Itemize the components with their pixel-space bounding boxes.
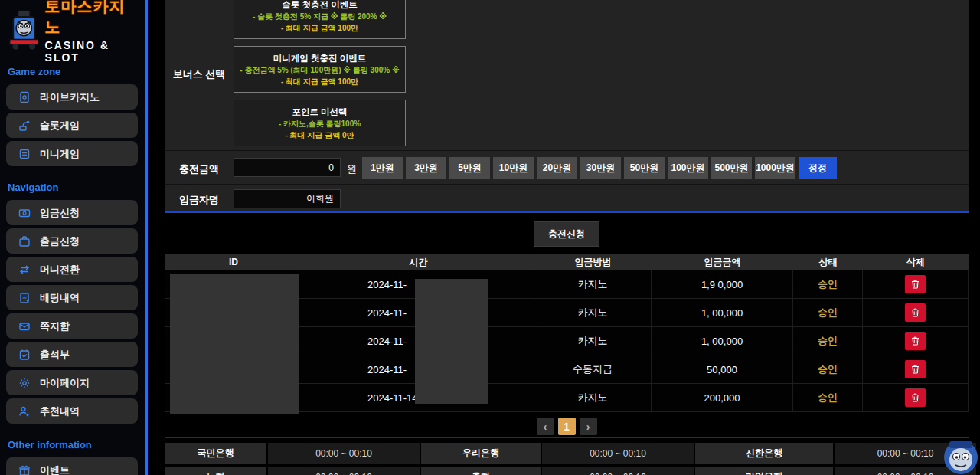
row-divider [165, 184, 969, 185]
delete-button[interactable] [905, 360, 926, 378]
sidebar-item-withdraw[interactable]: 출금신청 [6, 228, 138, 254]
pagination-page-1[interactable]: 1 [558, 418, 576, 435]
bonus-options: 슬롯 첫충전 이벤트 - 슬롯 첫충전 5% 지급 ※ 롤링 200% ※ - … [234, 0, 406, 153]
bank-name: 국민은행 [165, 443, 266, 464]
main-content: 보너스 선택 슬롯 첫충전 이벤트 - 슬롯 첫충전 5% 지급 ※ 롤링 20… [165, 0, 969, 475]
charge-request-button[interactable]: 충전신청 [534, 221, 599, 247]
amount-button-1man[interactable]: 1만원 [362, 157, 403, 179]
mypage-gear-icon [18, 377, 31, 389]
sidebar-item-label: 라이브카지노 [40, 90, 100, 104]
sidebar-item-label: 출금신청 [40, 234, 80, 248]
bonus-option-slot-first-charge[interactable]: 슬롯 첫충전 이벤트 - 슬롯 첫충전 5% 지급 ※ 롤링 200% ※ - … [234, 0, 406, 39]
referral-icon [18, 405, 31, 418]
cell-delete [863, 355, 969, 383]
quick-amount-buttons: 1만원 3만원 5만원 10만원 20만원 30만원 50만원 100만원 50… [362, 157, 837, 179]
bank-time: 00:00 ~ 00:10 [542, 443, 694, 464]
sidebar-item-label: 배팅내역 [40, 291, 80, 305]
currency-label: 원 [347, 162, 357, 176]
status-badge: 승인 [793, 384, 863, 411]
sidebar-item-mini-game[interactable]: 미니게임 [6, 141, 138, 166]
table-header-row: ID 시간 입금방법 입금금액 상태 삭제 [165, 254, 969, 270]
cell-delete [863, 299, 969, 326]
trash-icon [911, 280, 920, 289]
section-header-navigation: Navigation [8, 182, 138, 193]
amount-button-20man[interactable]: 20만원 [537, 157, 577, 179]
event-gift-icon [18, 464, 31, 475]
brand-logo[interactable]: 토마스카지노 CASINO & SLOT [6, 5, 138, 55]
bonus-title: 슬롯 첫충전 이벤트 [237, 0, 402, 11]
thomas-face-icon [943, 440, 978, 475]
sidebar-item-label: 이벤트 [40, 464, 70, 475]
cell-delete [863, 327, 969, 355]
bank-name: 축협 [421, 467, 541, 475]
brand-subtitle: CASINO & SLOT [45, 39, 138, 64]
cell-amount: 200,000 [652, 384, 793, 411]
amount-button-30man[interactable]: 30만원 [580, 157, 621, 179]
casino-app: 토마스카지노 CASINO & SLOT Game zone 라이브카지노 슬롯… [0, 0, 980, 475]
pagination: ‹ 1 › [165, 418, 969, 435]
amount-button-50man[interactable]: 50만원 [624, 157, 665, 179]
delete-button[interactable] [905, 388, 926, 407]
trash-icon [911, 336, 920, 346]
pagination-prev-button[interactable]: ‹ [537, 418, 554, 435]
sidebar-item-label: 추천내역 [40, 405, 80, 418]
sidebar-item-mypage[interactable]: 마이페이지 [6, 370, 138, 395]
section-header-other-information: Other information [8, 439, 138, 450]
cell-delete [863, 384, 969, 411]
bonus-detail: - 슬롯 첫충전 5% 지급 ※ 롤링 200% ※ [237, 11, 402, 22]
cell-method: 카지노 [534, 299, 652, 326]
delete-button[interactable] [905, 332, 926, 350]
amount-button-3man[interactable]: 3만원 [406, 157, 446, 179]
live-casino-icon [18, 91, 31, 103]
sidebar-item-money-transfer[interactable]: 머니전환 [6, 257, 138, 282]
sidebar-item-label: 머니전환 [40, 263, 80, 277]
amount-button-1000man[interactable]: 1000만원 [755, 157, 795, 179]
charge-amount-input[interactable] [234, 158, 341, 177]
status-badge: 승인 [793, 355, 863, 383]
sidebar-item-label: 쪽지함 [40, 319, 70, 333]
deposit-form-panel: 보너스 선택 슬롯 첫충전 이벤트 - 슬롯 첫충전 5% 지급 ※ 롤링 20… [165, 0, 969, 213]
sidebar-item-referral[interactable]: 추천내역 [6, 398, 138, 424]
mascot-avatar [943, 440, 978, 475]
bonus-max: - 최대 지급 금액 100만 [237, 22, 402, 34]
sidebar: 토마스카지노 CASINO & SLOT Game zone 라이브카지노 슬롯… [0, 0, 148, 475]
sidebar-item-label: 슬롯게임 [40, 119, 80, 133]
cell-amount: 50,000 [652, 355, 793, 383]
sidebar-item-label: 출석부 [40, 348, 70, 362]
bonus-option-minigame-first-charge[interactable]: 미니게임 첫충전 이벤트 - 충전금액 5% (최대 100만원) ※ 롤링 3… [234, 46, 406, 93]
delete-button[interactable] [905, 275, 926, 293]
bonus-option-point-none[interactable]: 포인트 미선택 - 카지노,슬롯 롤링100% - 최대 지급 금액 0만 [234, 100, 406, 146]
transfer-icon [18, 264, 31, 276]
depositor-name-label: 입금자명 [165, 193, 234, 207]
depositor-name-input[interactable] [234, 189, 341, 208]
sidebar-item-betting-history[interactable]: 배팅내역 [6, 285, 138, 310]
sidebar-item-live-casino[interactable]: 라이브카지노 [6, 84, 138, 110]
cell-method: 카지노 [534, 327, 652, 355]
cell-amount: 1, 00,000 [652, 299, 793, 326]
cell-method: 카지노 [534, 384, 652, 411]
amount-correct-button[interactable]: 정정 [799, 157, 837, 179]
amount-button-10man[interactable]: 10만원 [493, 157, 534, 179]
bank-time: 00:00 ~ 00:10 [268, 467, 420, 475]
amount-button-500man[interactable]: 500만원 [711, 157, 752, 179]
sidebar-item-deposit[interactable]: 입금신청 [6, 200, 138, 225]
col-header-delete: 삭제 [863, 254, 969, 270]
bank-name: 기업은행 [695, 467, 833, 475]
delete-button[interactable] [905, 303, 926, 322]
pagination-next-button[interactable]: › [580, 418, 597, 435]
bonus-title: 포인트 미선택 [237, 106, 402, 118]
col-header-id: ID [165, 254, 302, 270]
bank-hours-table: 국민은행 00:00 ~ 00:10 우리은행 00:00 ~ 00:10 신한… [165, 443, 969, 475]
col-header-method: 입금방법 [534, 254, 652, 270]
sidebar-item-attendance[interactable]: 출석부 [6, 342, 138, 367]
col-header-status: 상태 [793, 254, 863, 270]
attendance-icon [18, 349, 31, 361]
bonus-detail: - 카지노,슬롯 롤링100% [237, 118, 402, 129]
status-badge: 승인 [793, 327, 863, 355]
sidebar-item-event[interactable]: 이벤트 [6, 457, 138, 475]
sidebar-item-message-box[interactable]: 쪽지함 [6, 313, 138, 339]
sidebar-item-slot-game[interactable]: 슬롯게임 [6, 113, 138, 138]
amount-button-100man[interactable]: 100만원 [668, 157, 708, 179]
amount-button-5man[interactable]: 5만원 [449, 157, 490, 179]
bank-name: 농협 [165, 467, 266, 475]
